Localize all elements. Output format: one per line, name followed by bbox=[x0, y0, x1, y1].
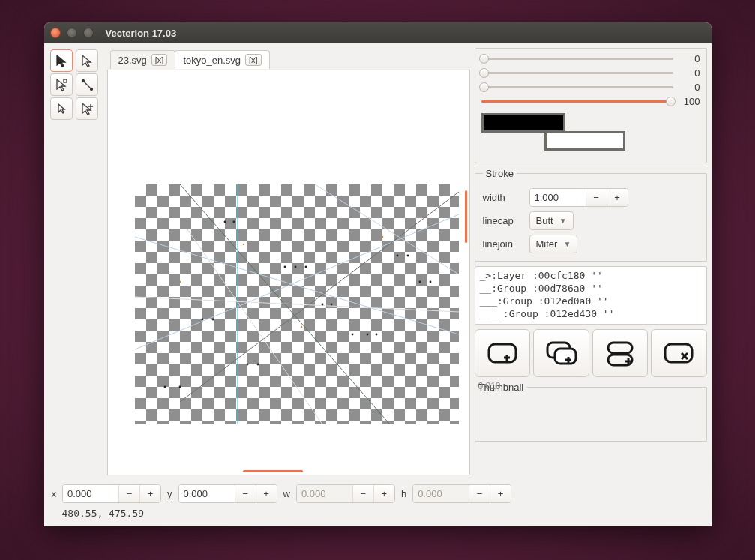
svg-point-29 bbox=[256, 364, 259, 366]
minus-icon[interactable]: − bbox=[352, 485, 373, 502]
tool-line[interactable] bbox=[76, 73, 98, 96]
canvas-vscroll[interactable] bbox=[465, 190, 468, 280]
tab-1[interactable]: tokyo_en.svg [x] bbox=[175, 50, 269, 69]
tool-direct-select[interactable] bbox=[76, 49, 98, 72]
line-icon bbox=[80, 78, 94, 91]
svg-line-4 bbox=[135, 237, 459, 334]
minimize-icon[interactable] bbox=[67, 28, 77, 38]
svg-point-21 bbox=[351, 334, 353, 336]
linejoin-select[interactable]: Miter ▼ bbox=[529, 235, 578, 253]
tree-row[interactable]: __:Group :00d786a0 '' bbox=[480, 283, 702, 295]
minus-icon[interactable]: − bbox=[469, 485, 490, 502]
linecap-select[interactable]: Butt ▼ bbox=[529, 211, 574, 230]
slider-r[interactable]: 0 bbox=[481, 52, 700, 66]
rect-stack-plus-icon bbox=[604, 338, 637, 368]
minus-icon[interactable]: − bbox=[586, 189, 607, 206]
h-label: h bbox=[401, 488, 406, 499]
svg-point-27 bbox=[429, 281, 431, 283]
y-label: y bbox=[167, 488, 172, 499]
duplicate-layer-button[interactable] bbox=[592, 329, 649, 377]
canvas-hscroll[interactable] bbox=[108, 470, 469, 473]
rect-x-icon bbox=[662, 338, 695, 368]
stroke-legend: Stroke bbox=[483, 168, 517, 179]
checkerboard bbox=[135, 184, 459, 424]
tool-select[interactable] bbox=[50, 49, 73, 72]
thumbnail-zoom: 0.010 bbox=[478, 381, 501, 391]
h-input[interactable]: − + bbox=[412, 484, 511, 503]
rect-plus-icon bbox=[486, 338, 519, 368]
svg-point-25 bbox=[406, 255, 409, 257]
svg-point-28 bbox=[246, 364, 248, 366]
artwork-overlay bbox=[135, 184, 459, 424]
tab-close-button[interactable]: [x] bbox=[151, 54, 168, 66]
delete-layer-button[interactable] bbox=[651, 329, 707, 377]
svg-point-32 bbox=[242, 244, 244, 245]
slider-g[interactable]: 0 bbox=[481, 66, 700, 80]
svg-point-26 bbox=[418, 281, 421, 283]
titlebar[interactable]: Vecterion 17.03 bbox=[44, 22, 712, 43]
stroke-width-label: width bbox=[483, 192, 523, 203]
plus-icon[interactable]: + bbox=[373, 485, 394, 502]
foreground-swatch[interactable] bbox=[481, 113, 565, 133]
svg-point-15 bbox=[232, 221, 235, 223]
tab-close-button[interactable]: [x] bbox=[245, 54, 262, 66]
stroke-width-input[interactable]: − + bbox=[529, 188, 628, 207]
plus-icon[interactable]: + bbox=[139, 485, 160, 502]
slider-b[interactable]: 0 bbox=[481, 80, 700, 94]
tree-row[interactable]: ____:Group :012ed430 '' bbox=[480, 308, 702, 321]
x-label: x bbox=[52, 488, 57, 499]
svg-rect-38 bbox=[555, 349, 576, 364]
coords-row: x − + y − + w − + h − + bbox=[52, 484, 704, 503]
svg-line-2 bbox=[83, 81, 91, 89]
svg-line-11 bbox=[315, 184, 459, 274]
tool-node[interactable] bbox=[50, 73, 73, 96]
color-swatches[interactable] bbox=[481, 113, 700, 157]
close-icon[interactable] bbox=[50, 28, 61, 38]
minus-icon[interactable]: − bbox=[118, 485, 139, 502]
center-panel: 23.svg [x] tokyo_en.svg [x] bbox=[107, 48, 470, 475]
svg-point-16 bbox=[283, 266, 286, 268]
svg-line-8 bbox=[180, 192, 459, 402]
chevron-down-icon: ▼ bbox=[563, 240, 571, 248]
svg-rect-39 bbox=[608, 343, 632, 353]
svg-line-5 bbox=[135, 214, 459, 349]
svg-point-14 bbox=[223, 221, 226, 223]
cursor-plus-icon bbox=[80, 102, 94, 115]
toolbar bbox=[49, 48, 103, 475]
svg-rect-41 bbox=[665, 344, 692, 362]
cursor-solid-icon bbox=[55, 54, 68, 67]
svg-rect-0 bbox=[64, 79, 67, 82]
background-swatch[interactable] bbox=[544, 131, 625, 151]
slider-a[interactable]: 100 bbox=[481, 94, 700, 109]
minus-icon[interactable]: − bbox=[235, 485, 256, 502]
linecap-label: linecap bbox=[483, 215, 523, 226]
tab-bar: 23.svg [x] tokyo_en.svg [x] bbox=[107, 48, 470, 70]
svg-line-10 bbox=[135, 297, 459, 312]
w-label: w bbox=[283, 488, 290, 499]
svg-point-31 bbox=[211, 319, 214, 321]
x-input[interactable]: − + bbox=[62, 484, 161, 503]
new-child-layer-button[interactable] bbox=[533, 329, 589, 377]
tool-anchor[interactable] bbox=[50, 97, 73, 120]
tree-row[interactable]: _>:Layer :00cfc180 '' bbox=[480, 270, 702, 283]
plus-icon[interactable]: + bbox=[607, 189, 628, 206]
bottom-bar: x − + y − + w − + h − + bbox=[44, 480, 712, 526]
canvas[interactable]: 0.060 bbox=[107, 70, 470, 475]
svg-point-33 bbox=[300, 326, 301, 328]
maximize-icon[interactable] bbox=[83, 28, 94, 38]
svg-point-19 bbox=[321, 304, 323, 306]
new-layer-button[interactable] bbox=[475, 329, 531, 377]
tree-row[interactable]: ___:Group :012ed0a0 '' bbox=[480, 295, 702, 308]
tab-label: tokyo_en.svg bbox=[183, 55, 241, 66]
w-input[interactable]: − + bbox=[296, 484, 395, 503]
svg-point-30 bbox=[201, 319, 203, 321]
tab-0[interactable]: 23.svg [x] bbox=[110, 50, 176, 69]
mouse-position: 480.55, 475.59 bbox=[52, 508, 704, 519]
plus-icon[interactable]: + bbox=[256, 485, 277, 502]
app-window: Vecterion 17.03 bbox=[44, 22, 712, 526]
plus-icon[interactable]: + bbox=[490, 485, 511, 502]
layer-tree[interactable]: _>:Layer :00cfc180 '' __:Group :00d786a0… bbox=[475, 266, 707, 325]
svg-rect-36 bbox=[489, 344, 516, 362]
tool-add-anchor[interactable] bbox=[76, 97, 98, 120]
y-input[interactable]: − + bbox=[178, 484, 277, 503]
